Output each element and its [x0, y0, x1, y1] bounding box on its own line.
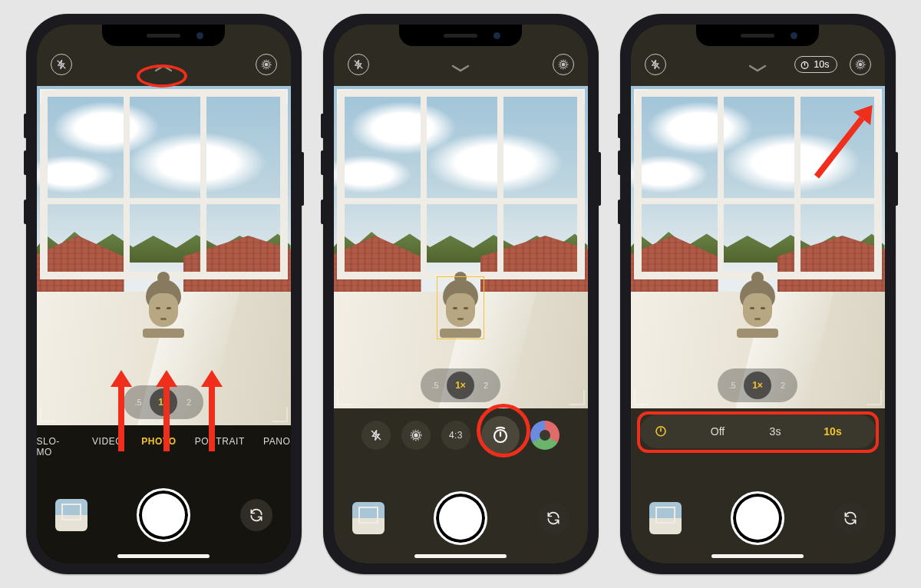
drawer-flash[interactable] [361, 421, 391, 450]
drawer-toggle-chevron[interactable] [450, 63, 471, 74]
zoom-1x[interactable]: 1× [447, 372, 474, 399]
drawer-toggle-chevron[interactable] [153, 63, 174, 74]
drawer-aspect[interactable]: 4:3 [441, 421, 470, 450]
zoom-wide[interactable]: .5 [127, 391, 150, 414]
viewfinder[interactable]: .5 1× 2 [631, 86, 885, 408]
live-photo-button[interactable] [256, 54, 277, 75]
drawer-filters[interactable] [530, 421, 560, 450]
flash-button[interactable] [348, 54, 369, 75]
camera-bottom: SLO-MO VIDEO PHOTO PORTRAIT PANO [37, 425, 291, 563]
svg-point-1 [265, 63, 268, 66]
zoom-control[interactable]: .5 1× 2 [421, 368, 500, 402]
viewfinder[interactable]: .5 1× 2 [334, 86, 588, 408]
zoom-tele[interactable]: 2 [177, 391, 200, 414]
shutter-button[interactable] [731, 491, 784, 545]
last-photo-thumbnail[interactable] [55, 499, 87, 531]
mode-strip[interactable]: SLO-MO VIDEO PHOTO PORTRAIT PANO [37, 436, 291, 458]
mode-video[interactable]: VIDEO [92, 436, 123, 458]
zoom-1x[interactable]: 1× [744, 372, 771, 399]
zoom-tele[interactable]: 2 [474, 374, 497, 397]
shutter-button[interactable] [434, 491, 487, 545]
camera-bottom: Off 3s 10s [631, 408, 885, 563]
timer-off[interactable]: Off [689, 425, 747, 438]
home-indicator[interactable] [711, 554, 804, 558]
last-photo-thumbnail[interactable] [649, 502, 682, 534]
timer-icon [654, 424, 668, 440]
notch [399, 25, 522, 46]
live-photo-button[interactable] [553, 54, 574, 75]
mode-portrait[interactable]: PORTRAIT [195, 436, 245, 458]
zoom-control[interactable]: .5 1× 2 [718, 368, 797, 402]
zoom-tele[interactable]: 2 [771, 374, 794, 397]
notch [696, 25, 819, 46]
zoom-control[interactable]: .5 1× 2 [124, 385, 203, 419]
camera-screen: .5 1× 2 SLO-MO VIDEO PHOTO PORTRAIT PANO [37, 25, 291, 563]
home-indicator[interactable] [414, 554, 507, 558]
mode-photo[interactable]: PHOTO [141, 436, 176, 458]
drawer-timer[interactable] [481, 416, 520, 454]
flash-button[interactable] [51, 54, 72, 75]
flip-camera-button[interactable] [537, 502, 569, 534]
camera-bottom: 4:3 [334, 408, 588, 563]
tutorial-steps: .5 1× 2 SLO-MO VIDEO PHOTO PORTRAIT PANO [14, 2, 908, 586]
iphone-frame: 10s .5 1× 2 [620, 14, 896, 574]
focus-box [437, 276, 484, 339]
live-photo-button[interactable] [850, 54, 871, 75]
camera-screen: .5 1× 2 4:3 [334, 25, 588, 563]
last-photo-thumbnail[interactable] [352, 502, 385, 534]
timer-options: Off 3s 10s [640, 415, 876, 448]
flip-camera-button[interactable] [834, 502, 867, 534]
svg-point-9 [414, 434, 418, 437]
flash-button[interactable] [645, 54, 666, 75]
control-drawer: 4:3 [334, 416, 588, 454]
mode-slomo[interactable]: SLO-MO [37, 436, 74, 458]
iphone-frame: .5 1× 2 SLO-MO VIDEO PHOTO PORTRAIT PANO [26, 14, 302, 574]
timer-10s[interactable]: 10s [804, 425, 862, 438]
timer-indicator[interactable]: 10s [794, 56, 837, 73]
iphone-frame: .5 1× 2 4:3 [323, 14, 599, 574]
timer-3s[interactable]: 3s [747, 425, 804, 438]
mode-pano[interactable]: PANO [263, 436, 291, 458]
camera-screen: 10s .5 1× 2 [631, 25, 885, 563]
zoom-1x[interactable]: 1× [150, 388, 177, 416]
viewfinder[interactable]: .5 1× 2 [37, 86, 291, 425]
shutter-button[interactable] [137, 488, 190, 542]
drawer-toggle-chevron[interactable] [747, 63, 768, 74]
svg-point-5 [562, 63, 565, 66]
svg-point-15 [859, 63, 862, 66]
drawer-live[interactable] [401, 421, 431, 450]
zoom-wide[interactable]: .5 [424, 374, 447, 397]
flip-camera-button[interactable] [240, 499, 272, 531]
home-indicator[interactable] [117, 554, 210, 558]
notch [102, 25, 225, 46]
zoom-wide[interactable]: .5 [721, 374, 744, 397]
timer-indicator-label: 10s [814, 59, 829, 70]
